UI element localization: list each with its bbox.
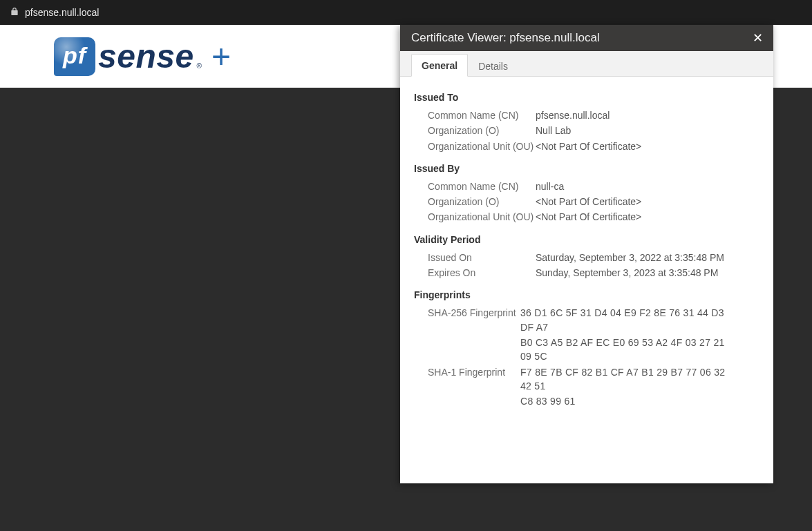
tab-details[interactable]: Details (468, 55, 518, 77)
sha256-value-1: 36 D1 6C 5F 31 D4 04 E9 F2 8E 76 31 44 D… (520, 306, 728, 334)
issued-to-cn-row: Common Name (CN) pfsense.null.local (428, 108, 759, 122)
sha256-row-1: SHA-256 Fingerprint 36 D1 6C 5F 31 D4 04… (428, 306, 759, 334)
ou-value: <Not Part Of Certificate> (536, 139, 641, 153)
ou-label: Organizational Unit (OU) (428, 139, 536, 153)
issued-on-label: Issued On (428, 251, 536, 264)
url-text: pfsense.null.local (25, 7, 99, 18)
lock-icon (7, 7, 22, 18)
issued-by-cn-row: Common Name (CN) null-ca (428, 180, 759, 193)
issued-on-value: Saturday, September 3, 2022 at 3:35:48 P… (536, 251, 724, 264)
sha256-label: SHA-256 Fingerprint (428, 306, 520, 334)
logo-pf-text: pf (63, 42, 86, 69)
section-issued-by: Issued By (414, 163, 759, 174)
dialog-header: Certificate Viewer: pfsense.null.local ✕ (400, 25, 773, 51)
ou-label: Organizational Unit (OU) (428, 210, 536, 224)
dialog-title: Certificate Viewer: pfsense.null.local (411, 31, 600, 45)
validity-expires-row: Expires On Sunday, September 3, 2023 at … (428, 266, 759, 280)
section-validity: Validity Period (414, 234, 759, 245)
validity-issued-row: Issued On Saturday, September 3, 2022 at… (428, 251, 759, 264)
section-fingerprints: Fingerprints (414, 289, 759, 300)
sha1-row-1: SHA-1 Fingerprint F7 8E 7B CF 82 B1 CF A… (428, 365, 759, 394)
spacer (428, 336, 520, 364)
issued-by-block: Common Name (CN) null-ca Organization (O… (428, 180, 759, 224)
sha1-label: SHA-1 Fingerprint (428, 365, 520, 394)
cn-value: pfsense.null.local (536, 108, 610, 122)
spacer (428, 394, 520, 408)
issued-to-block: Common Name (CN) pfsense.null.local Orga… (428, 108, 759, 153)
close-button[interactable]: ✕ (750, 30, 765, 46)
o-value: <Not Part Of Certificate> (536, 195, 641, 209)
o-label: Organization (O) (428, 195, 536, 209)
expires-on-label: Expires On (428, 266, 536, 280)
issued-to-ou-row: Organizational Unit (OU) <Not Part Of Ce… (428, 139, 759, 153)
issued-by-o-row: Organization (O) <Not Part Of Certificat… (428, 195, 759, 209)
cn-label: Common Name (CN) (428, 108, 536, 122)
sha256-value-2: B0 C3 A5 B2 AF EC E0 69 53 A2 4F 03 27 2… (520, 336, 728, 364)
browser-url-bar: pfsense.null.local (0, 0, 812, 25)
cn-label: Common Name (CN) (428, 180, 536, 193)
ou-value: <Not Part Of Certificate> (536, 210, 641, 224)
sha1-value-2: C8 83 99 61 (520, 394, 576, 408)
dialog-title-host: pfsense.null.local (509, 31, 599, 44)
tab-general[interactable]: General (411, 54, 468, 77)
sha256-row-2: B0 C3 A5 B2 AF EC E0 69 53 A2 4F 03 27 2… (428, 336, 759, 364)
validity-block: Issued On Saturday, September 3, 2022 at… (428, 251, 759, 280)
section-issued-to: Issued To (414, 92, 759, 103)
expires-on-value: Sunday, September 3, 2023 at 3:35:48 PM (536, 266, 718, 280)
close-icon: ✕ (753, 30, 763, 46)
o-label: Organization (O) (428, 124, 536, 137)
issued-to-o-row: Organization (O) Null Lab (428, 124, 759, 137)
logo-sense-text: sense (98, 37, 194, 75)
fingerprints-block: SHA-256 Fingerprint 36 D1 6C 5F 31 D4 04… (428, 306, 759, 408)
dialog-title-prefix: Certificate Viewer: (411, 31, 509, 44)
certificate-viewer-dialog: Certificate Viewer: pfsense.null.local ✕… (400, 25, 773, 483)
cn-value: null-ca (536, 180, 564, 193)
dialog-tabs: General Details (400, 51, 773, 77)
o-value: Null Lab (536, 124, 571, 137)
pfsense-plus-logo: pf sense ® + (54, 37, 231, 76)
logo-registered-mark: ® (197, 62, 202, 70)
logo-plus-icon: + (211, 40, 231, 73)
sha1-row-2: C8 83 99 61 (428, 394, 759, 408)
issued-by-ou-row: Organizational Unit (OU) <Not Part Of Ce… (428, 210, 759, 224)
sha1-value-1: F7 8E 7B CF 82 B1 CF A7 B1 29 B7 77 06 3… (520, 365, 728, 394)
dialog-body: Issued To Common Name (CN) pfsense.null.… (400, 77, 773, 423)
logo-pf-box: pf (54, 37, 95, 76)
